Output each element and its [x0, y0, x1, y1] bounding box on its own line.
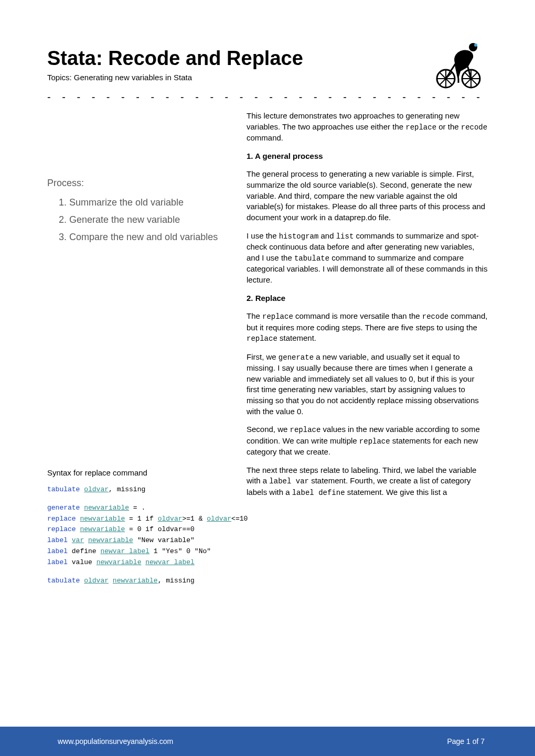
section-2-para-3: Second, we replace values in the new var… [247, 424, 488, 457]
code-line: replace newvariable = 1 if oldvar>=1 & o… [47, 514, 239, 525]
process-title: Process: [47, 178, 239, 189]
svg-point-11 [474, 44, 477, 47]
section-2-head: 2. Replace [247, 293, 488, 304]
section-1-head: 1. A general process [247, 151, 488, 162]
section-2-para-4: The next three steps relate to labeling.… [247, 465, 488, 498]
footer-page: Page 1 of 7 [447, 737, 485, 746]
process-item: 1. Summarize the old variable [59, 197, 239, 208]
section-2-para-2: First, we generate a new variable, and u… [247, 352, 488, 417]
footer: www.populationsurveyanalysis.com Page 1 … [0, 727, 535, 756]
code-line: label value newvariable newvar_label [47, 557, 239, 568]
topics-label: Topics: [47, 73, 74, 82]
page-title: Stata: Recode and Replace [47, 47, 488, 70]
footer-site: www.populationsurveyanalysis.com [58, 737, 173, 746]
section-2-para-1: The replace command is more versatile th… [247, 311, 488, 344]
subtitle: Topics: Generating new variables in Stat… [47, 73, 488, 82]
syntax-block: Syntax for replace command tabulate oldv… [47, 468, 239, 586]
code-line: label define newvar_label 1 "Yes" 0 "No" [47, 546, 239, 557]
separator: - - - - - - - - - - - - - - - - - - - - … [47, 91, 488, 103]
process-item: 2. Generate the new variable [59, 214, 239, 225]
code-line: tabulate oldvar, missing [47, 484, 239, 495]
code-line: tabulate oldvar newvariable, missing [47, 576, 239, 587]
intro-para: This lecture demonstrates two approaches… [247, 111, 488, 144]
code-line: generate newvariable = . [47, 503, 239, 514]
cyclist-icon [432, 41, 485, 91]
right-column: This lecture demonstrates two approaches… [247, 111, 488, 586]
code-line: label var newvariable "New variable" [47, 535, 239, 546]
process-block: Process: 1. Summarize the old variable 2… [47, 178, 239, 243]
code-line: replace newvariable = 0 if oldvar==0 [47, 524, 239, 535]
syntax-title: Syntax for replace command [47, 468, 239, 477]
topics-value: Generating new variables in Stata [74, 73, 192, 82]
section-1-para-2: I use the histogram and list commands to… [247, 231, 488, 286]
section-1-para-1: The general process to generating a new … [247, 169, 488, 223]
process-item: 3. Compare the new and old variables [59, 232, 239, 243]
